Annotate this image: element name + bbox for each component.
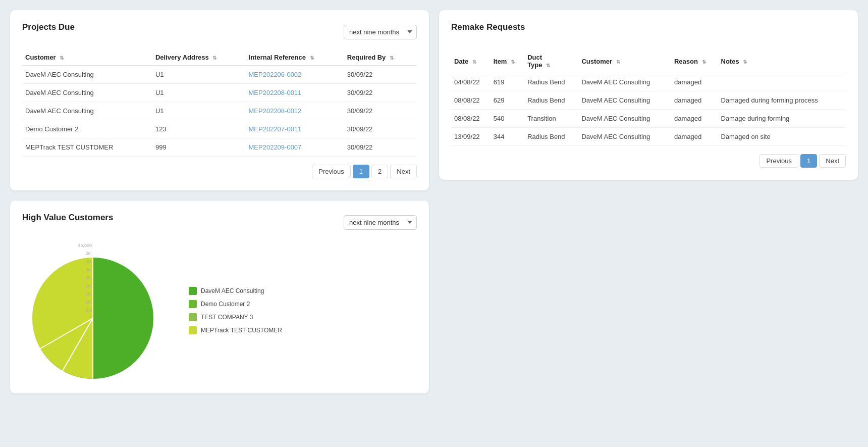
svg-text:25,: 25, (85, 275, 92, 280)
sort-icon-date[interactable]: ⇅ (472, 59, 476, 65)
table-row: Demo Customer 2 123 MEP202207-0011 30/09… (22, 120, 417, 138)
high-value-chart-container: 45,000 40, 35, 30, 25, 20, 15, 10, 5,0 (22, 240, 417, 381)
pie-chart-svg: 45,000 40, 35, 30, 25, 20, 15, 10, 5,0 (22, 240, 164, 386)
cell-delivery: 999 (152, 138, 246, 157)
col-customer: Customer ⇅ (22, 49, 152, 66)
projects-due-card: Projects Due next nine months next three… (10, 10, 429, 190)
projects-due-period-select[interactable]: next nine months next three months next … (344, 25, 417, 39)
high-value-title: High Value Customers (22, 213, 113, 223)
col-date: Date ⇅ (451, 49, 491, 73)
legend-swatch-meptrack (189, 326, 197, 334)
projects-page-2-button[interactable]: 2 (371, 165, 388, 178)
sort-icon-item[interactable]: ⇅ (511, 59, 515, 65)
cell-item: 344 (491, 128, 524, 146)
cell-date: 04/08/22 (451, 73, 491, 91)
svg-text:30,: 30, (85, 267, 92, 272)
cell-internal-ref[interactable]: MEP202209-0007 (246, 138, 344, 157)
cell-notes: Damaged during forming process (718, 91, 846, 110)
cell-duct-type: Radius Bend (524, 128, 578, 146)
projects-prev-button[interactable]: Previous (312, 165, 351, 178)
high-value-period-select[interactable]: next nine months next three months next … (344, 215, 417, 230)
sort-icon-customer[interactable]: ⇅ (60, 55, 64, 61)
col-remake-customer: Customer ⇅ (578, 49, 671, 73)
cell-item: 619 (491, 73, 524, 91)
remake-page-1-button[interactable]: 1 (800, 154, 817, 168)
table-row: DaveM AEC Consulting U1 MEP202206-0002 3… (22, 66, 417, 84)
cell-delivery: U1 (152, 66, 246, 84)
cell-customer: DaveM AEC Consulting (22, 66, 152, 84)
projects-due-title: Projects Due (22, 22, 75, 32)
chart-legend: DaveM AEC Consulting Demo Customer 2 TES… (189, 287, 282, 334)
cell-customer: DaveM AEC Consulting (22, 84, 152, 102)
projects-due-table: Customer ⇅ Delivery Address ⇅ Internal R… (22, 49, 417, 157)
col-notes: Notes ⇅ (718, 49, 846, 73)
legend-item-demo2: Demo Customer 2 (189, 300, 282, 308)
sort-icon-remake-customer[interactable]: ⇅ (616, 59, 620, 65)
cell-customer: MEPTrack TEST CUSTOMER (22, 138, 152, 157)
cell-delivery: U1 (152, 102, 246, 120)
cell-delivery: U1 (152, 84, 246, 102)
cell-reason: damaged (671, 110, 718, 128)
cell-remake-customer: DaveM AEC Consulting (578, 73, 671, 91)
col-required-by: Required By ⇅ (344, 49, 417, 66)
col-internal-ref: Internal Reference ⇅ (246, 49, 344, 66)
svg-text:40,: 40, (85, 251, 92, 256)
cell-duct-type: Radius Bend (524, 91, 578, 110)
svg-text:15,: 15, (85, 291, 92, 296)
sort-icon-delivery[interactable]: ⇅ (212, 55, 216, 61)
legend-item-davem: DaveM AEC Consulting (189, 287, 282, 295)
remake-pagination: Previous 1 Next (451, 154, 846, 168)
remake-requests-title: Remake Requests (451, 22, 525, 32)
table-row: MEPTrack TEST CUSTOMER 999 MEP202209-000… (22, 138, 417, 157)
col-delivery: Delivery Address ⇅ (152, 49, 246, 66)
col-duct-type: DuctType ⇅ (524, 49, 578, 73)
sort-icon-required[interactable]: ⇅ (390, 55, 394, 61)
legend-swatch-demo2 (189, 300, 197, 308)
cell-item: 540 (491, 110, 524, 128)
sort-icon-ref[interactable]: ⇅ (310, 55, 314, 61)
remake-requests-card: Remake Requests Date ⇅ Item ⇅ DuctType ⇅… (439, 10, 858, 180)
cell-required-by: 30/09/22 (344, 66, 417, 84)
svg-text:45,000: 45,000 (78, 243, 92, 248)
cell-required-by: 30/09/22 (344, 138, 417, 157)
sort-icon-reason[interactable]: ⇅ (702, 59, 706, 65)
cell-remake-customer: DaveM AEC Consulting (578, 91, 671, 110)
projects-next-button[interactable]: Next (390, 165, 417, 178)
cell-duct-type: Radius Bend (524, 73, 578, 91)
cell-internal-ref[interactable]: MEP202206-0002 (246, 66, 344, 84)
col-item: Item ⇅ (491, 49, 524, 73)
cell-customer: DaveM AEC Consulting (22, 102, 152, 120)
cell-customer: Demo Customer 2 (22, 120, 152, 138)
cell-notes: Damage during forming (718, 110, 846, 128)
table-row: 04/08/22 619 Radius Bend DaveM AEC Consu… (451, 73, 846, 91)
cell-reason: damaged (671, 128, 718, 146)
cell-notes: Damaged on site (718, 128, 846, 146)
remake-next-button[interactable]: Next (819, 154, 846, 168)
cell-required-by: 30/09/22 (344, 84, 417, 102)
cell-date: 08/08/22 (451, 110, 491, 128)
sort-icon-duct[interactable]: ⇅ (546, 63, 550, 68)
legend-label-test3: TEST COMPANY 3 (201, 314, 253, 321)
cell-internal-ref[interactable]: MEP202207-0011 (246, 120, 344, 138)
cell-duct-type: Transition (524, 110, 578, 128)
cell-delivery: 123 (152, 120, 246, 138)
table-row: 13/09/22 344 Radius Bend DaveM AEC Consu… (451, 128, 846, 146)
legend-swatch-davem (189, 287, 197, 295)
legend-label-meptrack: MEPTrack TEST CUSTOMER (201, 327, 282, 334)
table-row: 08/08/22 629 Radius Bend DaveM AEC Consu… (451, 91, 846, 110)
cell-internal-ref[interactable]: MEP202208-0011 (246, 84, 344, 102)
svg-text:10,: 10, (85, 300, 92, 305)
remake-prev-button[interactable]: Previous (760, 154, 798, 168)
cell-reason: damaged (671, 91, 718, 110)
pie-chart-area: 45,000 40, 35, 30, 25, 20, 15, 10, 5,0 (22, 240, 164, 381)
table-row: DaveM AEC Consulting U1 MEP202208-0012 3… (22, 102, 417, 120)
table-row: DaveM AEC Consulting U1 MEP202208-0011 3… (22, 84, 417, 102)
legend-label-davem: DaveM AEC Consulting (201, 287, 264, 294)
cell-internal-ref[interactable]: MEP202208-0012 (246, 102, 344, 120)
cell-reason: damaged (671, 73, 718, 91)
col-reason: Reason ⇅ (671, 49, 718, 73)
cell-remake-customer: DaveM AEC Consulting (578, 128, 671, 146)
cell-date: 13/09/22 (451, 128, 491, 146)
projects-page-1-button[interactable]: 1 (353, 165, 369, 178)
sort-icon-notes[interactable]: ⇅ (743, 59, 747, 65)
